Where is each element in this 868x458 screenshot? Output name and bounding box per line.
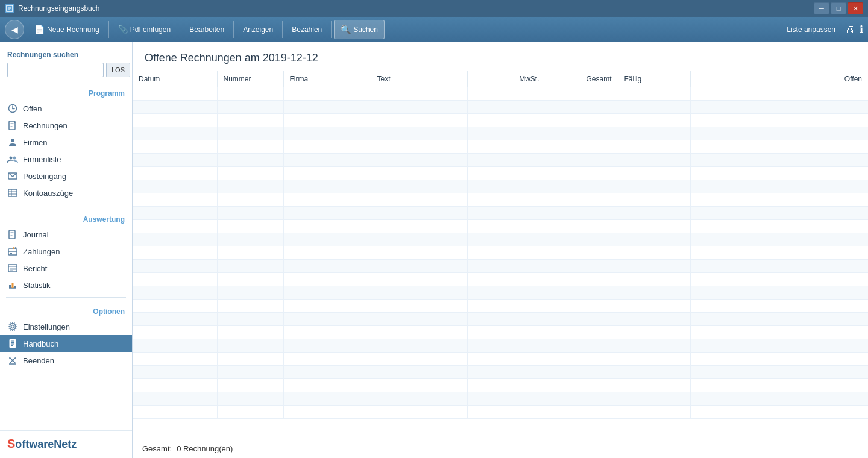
- einstellungen-label: Einstellungen: [23, 322, 70, 331]
- svg-point-28: [15, 247, 17, 249]
- col-datum: Datum: [133, 71, 217, 87]
- suchen-button[interactable]: 🔍 Suchen: [334, 20, 385, 39]
- svg-point-27: [13, 247, 15, 249]
- sidebar-item-firmen[interactable]: Firmen: [0, 134, 132, 151]
- firmenliste-label: Firmenliste: [23, 155, 61, 164]
- person-icon: [7, 137, 18, 148]
- bearbeiten-button[interactable]: Bearbeiten: [183, 20, 231, 39]
- sidebar-item-zahlungen[interactable]: Zahlungen: [0, 243, 132, 260]
- offen-label: Offen: [23, 104, 42, 113]
- table-row[interactable]: [133, 353, 868, 366]
- window-controls: ─ □ ✕: [814, 2, 863, 14]
- svg-rect-35: [9, 285, 11, 288]
- close-button[interactable]: ✕: [848, 2, 863, 14]
- table-row[interactable]: [133, 114, 868, 127]
- sidebar-item-kontoauszuege[interactable]: Kontoauszüge: [0, 184, 132, 201]
- optionen-header: Optionen: [0, 301, 132, 318]
- table-row[interactable]: [133, 313, 868, 326]
- table-row[interactable]: [133, 273, 868, 286]
- programm-header: Programm: [0, 83, 132, 100]
- col-offen: Offen: [690, 71, 868, 87]
- pdf-einfuegen-button[interactable]: 📎 Pdf einfügen: [112, 20, 177, 39]
- separator-3: [233, 21, 234, 38]
- table-row[interactable]: [133, 286, 868, 300]
- table-row[interactable]: [133, 366, 868, 379]
- firmen-label: Firmen: [23, 138, 47, 147]
- sidebar-item-rechnungen[interactable]: Rechnungen: [0, 117, 132, 134]
- table-row[interactable]: [133, 180, 868, 193]
- search-input[interactable]: [7, 63, 104, 77]
- sidebar-item-journal[interactable]: Journal: [0, 226, 132, 243]
- table-row[interactable]: [133, 392, 868, 406]
- table-row[interactable]: [133, 339, 868, 353]
- zahlungen-label: Zahlungen: [23, 247, 60, 256]
- col-faellig: Fällig: [618, 71, 690, 87]
- search-section: Rechnungen suchen LOS: [0, 42, 132, 83]
- maximize-button[interactable]: □: [831, 2, 846, 14]
- neue-rechnung-button[interactable]: 📄 Neue Rechnung: [28, 20, 106, 39]
- col-mwst: MwSt.: [467, 71, 546, 87]
- table-row[interactable]: [133, 260, 868, 273]
- svg-rect-26: [10, 253, 12, 254]
- divider-1: [6, 205, 126, 205]
- title-bar: Rechnungseingangsbuch ─ □ ✕: [0, 0, 868, 17]
- sidebar-item-handbuch[interactable]: Handbuch: [0, 335, 132, 352]
- info-icon[interactable]: ℹ: [860, 24, 863, 35]
- svg-rect-24: [8, 249, 17, 255]
- separator-2: [180, 21, 180, 38]
- main-layout: Rechnungen suchen LOS Programm Offen Rec…: [0, 42, 868, 458]
- beenden-label: Beenden: [23, 356, 54, 365]
- invoices-table: Datum Nummer Firma Text MwSt. Gesamt Fäl…: [133, 71, 868, 419]
- table-row[interactable]: [133, 101, 868, 114]
- sidebar-item-offen[interactable]: Offen: [0, 100, 132, 117]
- col-nummer: Nummer: [217, 71, 283, 87]
- table-row[interactable]: [133, 207, 868, 220]
- search-icon: 🔍: [341, 25, 351, 34]
- table-icon: [7, 187, 18, 198]
- posteingang-label: Posteingang: [23, 172, 66, 181]
- sidebar-item-firmenliste[interactable]: Firmenliste: [0, 151, 132, 168]
- toolbar-right: Liste anpassen 🖨 ℹ: [782, 23, 863, 36]
- sidebar-item-beenden[interactable]: Beenden: [0, 352, 132, 369]
- table-row[interactable]: [133, 406, 868, 419]
- auswertung-header: Auswertung: [0, 209, 132, 226]
- table-row[interactable]: [133, 379, 868, 392]
- table-row[interactable]: [133, 300, 868, 313]
- table-row[interactable]: [133, 87, 868, 101]
- back-button[interactable]: ◀: [5, 20, 24, 39]
- table-row[interactable]: [133, 246, 868, 260]
- table-row[interactable]: [133, 220, 868, 233]
- sidebar-item-posteingang[interactable]: Posteingang: [0, 168, 132, 184]
- search-go-button[interactable]: LOS: [106, 63, 130, 77]
- logo-middle: oftware: [15, 438, 54, 450]
- sidebar-item-bericht[interactable]: Bericht: [0, 260, 132, 277]
- anzeigen-button[interactable]: Anzeigen: [236, 20, 280, 39]
- svg-point-14: [13, 157, 16, 160]
- bezahlen-button[interactable]: Bezahlen: [285, 20, 329, 39]
- table-header-row: Datum Nummer Firma Text MwSt. Gesamt Fäl…: [133, 71, 868, 87]
- table-row[interactable]: [133, 140, 868, 154]
- footer-label: Gesamt:: [142, 444, 172, 453]
- liste-anpassen-button[interactable]: Liste anpassen: [782, 23, 840, 36]
- footer-value: 0 Rechnung(en): [177, 444, 233, 453]
- table-row[interactable]: [133, 154, 868, 167]
- logo-area: SoftwareNetz: [0, 430, 132, 458]
- sidebar-item-einstellungen[interactable]: Einstellungen: [0, 318, 132, 335]
- table-row[interactable]: [133, 127, 868, 140]
- sidebar: Rechnungen suchen LOS Programm Offen Rec…: [0, 42, 133, 458]
- table-row[interactable]: [133, 326, 868, 339]
- app-icon: [5, 4, 14, 13]
- logo-netz: Netz: [54, 438, 77, 450]
- company-logo: SoftwareNetz: [7, 437, 125, 451]
- svg-point-47: [15, 357, 16, 359]
- print-icon[interactable]: 🖨: [845, 24, 855, 35]
- sidebar-item-statistik[interactable]: Statistik: [0, 277, 132, 293]
- minimize-button[interactable]: ─: [814, 2, 829, 14]
- clock-icon: [7, 103, 18, 114]
- table-row[interactable]: [133, 233, 868, 246]
- table-row[interactable]: [133, 193, 868, 207]
- table-row[interactable]: [133, 167, 868, 180]
- bericht-label: Bericht: [23, 264, 47, 273]
- pdf-icon: 📎: [118, 25, 128, 34]
- search-label: Rechnungen suchen: [7, 51, 125, 59]
